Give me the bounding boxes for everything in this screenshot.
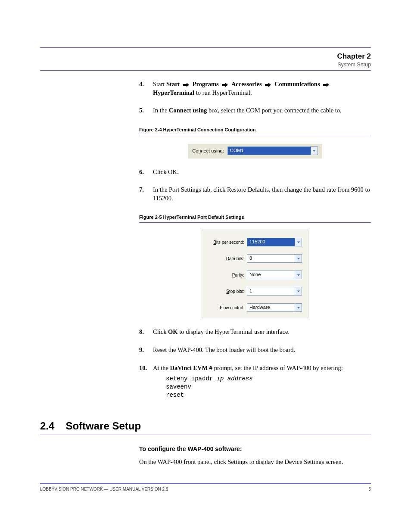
label-part: top bits: xyxy=(229,289,244,294)
menu-hyperterminal: HyperTerminal xyxy=(153,89,194,96)
figure-25: Bits per second: 115200 Data bits: 8 xyxy=(139,230,371,318)
svg-marker-0 xyxy=(183,83,189,87)
combo-value: Hardware xyxy=(247,304,295,311)
data-bits-label: Data bits: xyxy=(211,256,244,261)
ok-bold: OK xyxy=(168,328,178,335)
svg-marker-4 xyxy=(313,150,315,152)
cmd-line-3: reset xyxy=(166,391,371,399)
text: Click xyxy=(153,328,168,335)
arrow-icon xyxy=(265,82,271,87)
chevron-down-icon[interactable] xyxy=(295,238,302,246)
step-number: 9. xyxy=(139,346,149,355)
flow-control-row: Flow control: Hardware xyxy=(208,303,302,312)
label-part: ata bits: xyxy=(229,256,244,261)
label-accel: D xyxy=(226,256,229,261)
menu-programs: Programs xyxy=(193,81,221,87)
label-part: its per second: xyxy=(216,240,244,245)
combo-value: 1 xyxy=(247,287,295,295)
menu-communications: Communications xyxy=(274,81,320,87)
chevron-down-icon[interactable] xyxy=(295,287,302,295)
menu-accessories: Accessories xyxy=(231,81,263,87)
data-bits-combo[interactable]: 8 xyxy=(247,254,302,263)
text: On the WAP-400 front panel, click Settin… xyxy=(139,458,343,465)
arrow-icon xyxy=(222,82,228,87)
svg-marker-7 xyxy=(297,274,299,276)
chapter-number: Chapter 2 xyxy=(40,52,371,61)
step-body: Reset the WAP-400. The boot loader will … xyxy=(153,346,371,355)
label-part: nect using: xyxy=(201,148,224,153)
step-body: In the Port Settings tab, click Restore … xyxy=(153,186,371,202)
text: box, select the COM port you connected t… xyxy=(209,107,342,114)
arrow-icon xyxy=(183,82,189,87)
combo-value: COM1 xyxy=(228,147,311,155)
bits-per-second-row: Bits per second: 115200 xyxy=(208,238,302,246)
data-bits-row: Data bits: 8 xyxy=(208,254,302,263)
footer-left: LOBBYVISION PRO NETWORK — USER MANUAL VE… xyxy=(40,487,168,492)
stop-bits-row: Stop bits: 1 xyxy=(208,287,302,296)
step-body: In the Connect using box, select the COM… xyxy=(153,106,371,115)
port-settings-panel: Bits per second: 115200 Data bits: 8 xyxy=(202,230,308,318)
bits-per-second-label: Bits per second: xyxy=(211,240,244,245)
parity-combo[interactable]: None xyxy=(247,271,302,279)
section-number: 2.4 xyxy=(40,420,54,432)
chevron-down-icon[interactable] xyxy=(295,304,302,311)
combo-value: None xyxy=(247,271,295,279)
chevron-down-icon[interactable] xyxy=(295,255,302,262)
chevron-down-icon[interactable] xyxy=(311,147,318,155)
label-accel: B xyxy=(213,240,216,245)
step-5: 5. In the Connect using box, select the … xyxy=(139,106,371,115)
stop-bits-combo[interactable]: 1 xyxy=(247,287,302,296)
step-number: 6. xyxy=(139,168,149,177)
section-divider xyxy=(40,435,371,435)
step-8: 8. Click OK to display the HyperTerminal… xyxy=(139,328,371,336)
label-accel: S xyxy=(226,289,229,294)
cmd-italic: ip_address xyxy=(217,375,253,382)
step-body: Click OK. xyxy=(153,168,371,177)
step-number: 8. xyxy=(139,328,149,336)
text: Start xyxy=(153,81,166,87)
label-part: Co xyxy=(192,148,198,153)
chapter-title: System Setup xyxy=(40,62,371,68)
flow-control-combo[interactable]: Hardware xyxy=(247,303,302,312)
section-subtitle: To configure the WAP-400 software: xyxy=(139,445,371,452)
step-7: 7. In the Port Settings tab, click Resto… xyxy=(139,186,371,202)
text: At the xyxy=(153,364,170,371)
cmd: seteny ipaddr xyxy=(166,375,217,382)
step-9: 9. Reset the WAP-400. The boot loader wi… xyxy=(139,346,371,355)
svg-marker-6 xyxy=(297,258,299,260)
figure-24: Connect using: COM1 xyxy=(139,144,371,159)
chevron-down-icon[interactable] xyxy=(295,271,302,279)
footer-page-number: 5 xyxy=(368,487,371,492)
chapter-band: Chapter 2 System Setup xyxy=(40,47,371,71)
connect-using-bold: Connect using xyxy=(169,107,207,114)
connect-using-combo[interactable]: COM1 xyxy=(227,146,318,155)
label-part: low control: xyxy=(222,305,244,310)
combo-value: 115200 xyxy=(247,238,295,246)
text: to display the HyperTerminal user interf… xyxy=(179,328,290,335)
svg-marker-9 xyxy=(297,307,299,309)
flow-control-label: Flow control: xyxy=(211,305,244,310)
bits-per-second-combo[interactable]: 115200 xyxy=(247,238,302,246)
parity-label: Parity: xyxy=(211,273,244,277)
text: In the xyxy=(153,107,169,114)
svg-marker-1 xyxy=(222,83,228,87)
menu-start: Start xyxy=(166,81,181,87)
section-heading: 2.4 Software Setup xyxy=(40,420,371,432)
step-10: 10. At the DaVinci EVM # prompt, set the… xyxy=(139,364,371,399)
section-body: On the WAP-400 front panel, click Settin… xyxy=(139,457,371,466)
step-body: At the DaVinci EVM # prompt, set the IP … xyxy=(153,364,371,399)
combo-value: 8 xyxy=(247,255,295,262)
text: to run HyperTerminal. xyxy=(196,89,252,96)
step-number: 4. xyxy=(139,80,149,97)
step-body: Click OK to display the HyperTerminal us… xyxy=(153,328,371,336)
hyperterminal-connect-panel: Connect using: COM1 xyxy=(188,144,322,159)
connect-using-label: Connect using: xyxy=(192,148,224,153)
label-part: arity: xyxy=(235,273,244,277)
step-body: Start Start Programs Accessories Communi… xyxy=(153,80,371,97)
svg-marker-8 xyxy=(297,291,299,292)
svg-marker-2 xyxy=(265,83,271,87)
stop-bits-label: Stop bits: xyxy=(211,289,244,294)
step-6: 6. Click OK. xyxy=(139,168,371,177)
figure-24-caption: Figure 2-4 HyperTerminal Connection Conf… xyxy=(139,127,371,135)
page-footer: LOBBYVISION PRO NETWORK — USER MANUAL VE… xyxy=(40,483,371,492)
